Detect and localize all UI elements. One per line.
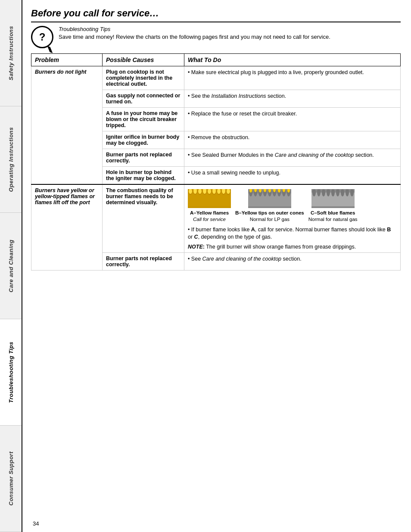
flame-b-sub: Normal for LP gas [235, 216, 304, 223]
flame-b-label: B–Yellow tips on outer cones [235, 210, 304, 216]
flame-c-label: C–Soft blue flames [308, 210, 358, 216]
table-header-row: Problem Possible Causes What To Do [31, 54, 401, 66]
cause-cell: Gas supply not connected or turned on. [103, 90, 184, 108]
italic-text: Installation Instructions [211, 93, 266, 99]
sidebar: Safety Instructions Operating Instructio… [0, 0, 22, 532]
what-item: Use a small sewing needle to unplug. [188, 169, 397, 177]
page-title: Before you call for service… [31, 8, 401, 22]
flame-c-sub: Normal for natural gas [308, 216, 358, 223]
note-bold: NOTE: [188, 244, 205, 250]
flame-image-yellow [188, 189, 231, 208]
flame-what-list: If burner flame looks like A, call for s… [188, 226, 397, 241]
cause-cell: Burner parts not replaced correctly. [103, 149, 184, 167]
tips-title: Troubleshooting Tips [59, 26, 330, 32]
table-row: Burners have yellow or yellow-tipped fla… [31, 184, 401, 252]
sidebar-tab-troubleshooting-label: Troubleshooting Tips [8, 342, 14, 403]
col-header-problem: Problem [31, 54, 103, 66]
flame-a-label: A–Yellow flames [190, 210, 229, 216]
problem-cell-yellow-flames: Burners have yellow or yellow-tipped fla… [31, 184, 103, 270]
what-cell: See the Installation Instructions sectio… [184, 90, 401, 108]
tips-body: Save time and money! Review the charts o… [59, 34, 330, 40]
tips-header: ? Troubleshooting Tips Save time and mon… [31, 26, 401, 48]
what-cell: See Sealed Burner Modules in the Care an… [184, 149, 401, 167]
what-item: Remove the obstruction. [188, 134, 397, 142]
sidebar-tab-consumer-label: Consumer Support [8, 451, 14, 506]
flame-box-yellow: A–Yellow flames Call for service [188, 189, 231, 223]
cause-cell: A fuse in your home may be blown or the … [103, 108, 184, 131]
problem-cell-burners-light: Burners do not light [31, 66, 103, 185]
cause-cell: Plug on cooktop is not completely insert… [103, 66, 184, 90]
tips-icon: ? [31, 26, 53, 48]
italic-text: Care and cleaning of the cooktop [202, 256, 281, 262]
col-header-what: What To Do [184, 54, 401, 66]
cause-cell: Igniter orifice in burner body may be cl… [103, 131, 184, 149]
what-cell: Remove the obstruction. [184, 131, 401, 149]
sidebar-tab-care-label: Care and Cleaning [8, 240, 14, 292]
what-cell: See Care and cleaning of the cooktop sec… [184, 252, 401, 270]
sidebar-tab-safety-label: Safety Instructions [8, 26, 14, 81]
tips-text: Troubleshooting Tips Save time and money… [59, 26, 330, 40]
flame-box-blue: C–Soft blue flames Normal for natural ga… [308, 189, 358, 223]
sidebar-tab-operating-label: Operating Instructions [8, 127, 14, 192]
what-item: See Care and cleaning of the cooktop sec… [188, 255, 397, 263]
what-cell-flames: A–Yellow flames Call for service [184, 184, 401, 252]
sidebar-tab-consumer[interactable]: Consumer Support [0, 426, 22, 532]
problem-label: Burners have yellow or yellow-tipped fla… [35, 187, 95, 205]
bold-a: A [251, 227, 255, 233]
cause-cell: The combustion quality of burner flames … [103, 184, 184, 252]
page-wrapper: Safety Instructions Operating Instructio… [0, 0, 411, 532]
flame-a-sub: Call for service [190, 216, 229, 223]
flame-label-yellow: A–Yellow flames Call for service [190, 210, 229, 223]
col-header-causes: Possible Causes [103, 54, 184, 66]
note-text: NOTE: The grill burner will show orange … [188, 244, 397, 250]
table-row: Burners do not light Plug on cooktop is … [31, 66, 401, 90]
sidebar-tab-operating[interactable]: Operating Instructions [0, 106, 22, 213]
sidebar-tab-troubleshooting[interactable]: Troubleshooting Tips [0, 319, 22, 426]
sidebar-tab-safety[interactable]: Safety Instructions [0, 0, 22, 106]
cause-cell: Burner parts not replaced correctly. [103, 252, 184, 270]
what-item: Replace the fuse or reset the circuit br… [188, 110, 397, 118]
problem-label: Burners do not light [35, 69, 86, 75]
flame-images: A–Yellow flames Call for service [188, 189, 397, 223]
what-cell: Use a small sewing needle to unplug. [184, 167, 401, 185]
italic-text: Care and cleaning of the cooktop [275, 152, 354, 158]
flame-image-blue [311, 189, 355, 208]
what-cell: Replace the fuse or reset the circuit br… [184, 108, 401, 131]
flame-box-yellow-tips: B–Yellow tips on outer cones Normal for … [235, 189, 304, 223]
what-item-flames: If burner flame looks like A, call for s… [188, 226, 397, 241]
flame-image-yellow-tips [248, 189, 291, 208]
flame-label-blue: C–Soft blue flames Normal for natural ga… [308, 210, 358, 223]
what-item: See Sealed Burner Modules in the Care an… [188, 152, 397, 159]
cause-cell: Hole in burner top behind the igniter ma… [103, 167, 184, 185]
page-number: 34 [33, 520, 39, 527]
sidebar-tab-care[interactable]: Care and Cleaning [0, 213, 22, 319]
what-item: Make sure electrical plug is plugged int… [188, 69, 397, 77]
main-table: Problem Possible Causes What To Do Burne… [31, 53, 401, 271]
what-cell: Make sure electrical plug is plugged int… [184, 66, 401, 90]
main-content: Before you call for service… ? Troublesh… [22, 0, 411, 532]
bold-c: C [194, 234, 198, 240]
flame-label-yellow-tips: B–Yellow tips on outer cones Normal for … [235, 210, 304, 223]
bold-b: B [387, 227, 391, 233]
what-item: See the Installation Instructions sectio… [188, 93, 397, 100]
